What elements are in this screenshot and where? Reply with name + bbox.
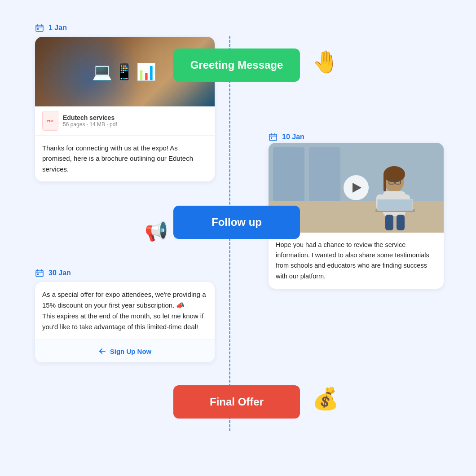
date-label-2: 10 Jan [269, 132, 304, 141]
badge-finaloffer: Final Offer [173, 385, 300, 419]
card-3-body: As a special offer for expo attendees, w… [35, 282, 215, 339]
svg-rect-5 [269, 134, 277, 141]
play-triangle-icon [353, 183, 361, 193]
card-1-body: Thanks for connecting with us at the exp… [35, 136, 215, 181]
card-2-body: Hope you had a chance to review the serv… [269, 233, 444, 289]
card-finaloffer: As a special offer for expo attendees, w… [35, 282, 215, 362]
pdf-info: Edutech services 56 pages · 14 MB · pdf [63, 114, 117, 128]
money-bag-emoji: 💰 [312, 386, 339, 411]
svg-rect-0 [36, 25, 43, 31]
svg-rect-32 [37, 273, 39, 275]
wave-emoji: 🤚 [312, 49, 339, 75]
pdf-attachment: Edutech services 56 pages · 14 MB · pdf [35, 106, 215, 136]
reply-icon [98, 347, 106, 355]
calendar-icon-1 [35, 23, 44, 32]
badge-followup: Follow up [173, 206, 300, 239]
sign-up-button[interactable]: Sign Up Now [35, 339, 215, 362]
svg-rect-28 [36, 270, 43, 277]
svg-rect-4 [37, 28, 39, 30]
calendar-icon-3 [35, 269, 44, 278]
pdf-icon [42, 111, 58, 131]
svg-rect-9 [271, 137, 272, 139]
megaphone-emoji: 📢 [145, 220, 168, 242]
date-label-3: 30 Jan [35, 269, 71, 278]
date-label-1: 1 Jan [35, 23, 67, 32]
timeline-container: 1 Jan Edutech services 56 pages · 14 MB … [0, 0, 476, 476]
badge-greeting: Greeting Message [173, 48, 300, 82]
play-button[interactable] [344, 175, 369, 200]
calendar-icon-2 [269, 132, 278, 141]
